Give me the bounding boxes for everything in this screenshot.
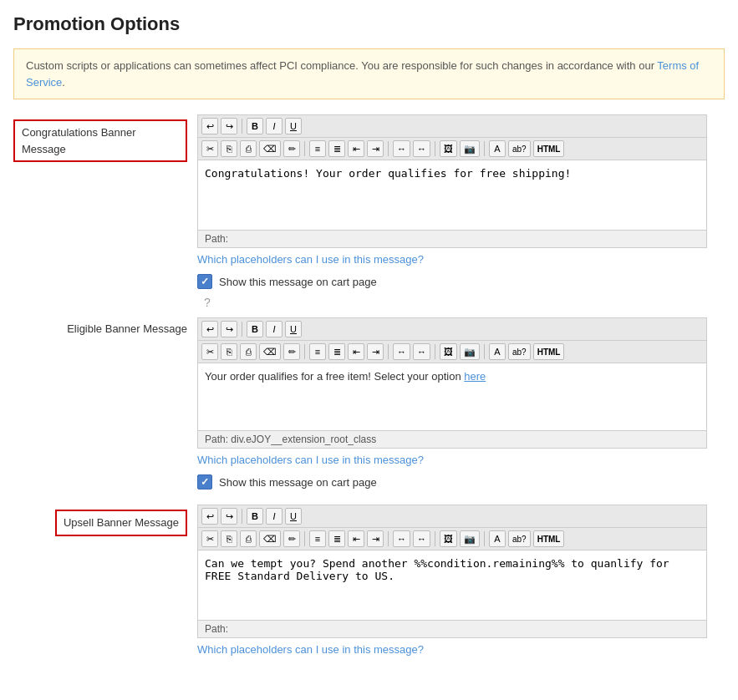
eligible-cart-label: Show this message on cart page [219,476,377,489]
rtl-btn[interactable]: ↔ [413,140,430,157]
upsell-path: Path: [198,620,706,637]
eligible-toolbar-row1: ↩ ↪ B I U [198,318,706,341]
congratulations-cart-checkbox[interactable] [197,274,212,289]
sep3 [388,141,389,156]
upsell-unordered-list-btn[interactable]: ≡ [309,530,326,547]
eligible-placeholder-link[interactable]: Which placeholders can I use in this mes… [197,454,707,466]
eligible-here-link[interactable]: here [464,370,486,383]
copy-btn[interactable]: ⎘ [221,140,237,157]
upsell-label: Upsell Banner Message [55,510,187,536]
eligible-ordered-list-btn[interactable]: ≣ [328,343,345,360]
upsell-editor-wrapper: ↩ ↪ B I U ✂ ⎘ ⎙ ⌫ ✏ ≡ ≣ ⇤ ⇥ ↔ ↔ [197,505,707,638]
eligible-outdent-btn[interactable]: ⇤ [348,343,364,360]
ordered-list-btn[interactable]: ≣ [328,140,345,157]
eligible-undo-btn[interactable]: ↩ [201,321,218,337]
eligible-cut-btn[interactable]: ✂ [201,343,218,360]
eligible-bold-btn[interactable]: B [247,321,263,337]
eligible-toolbar-row2: ✂ ⎘ ⎙ ⌫ ✏ ≡ ≣ ⇤ ⇥ ↔ ↔ 🖼 📷 A ab? HTML [198,341,706,363]
eligible-editor-wrapper: ↩ ↪ B I U ✂ ⎘ ⎙ ⌫ ✏ ≡ ≣ ⇤ ⇥ ↔ ↔ [197,317,707,449]
eligible-copy-btn[interactable]: ⎘ [221,343,237,360]
eligible-unordered-list-btn[interactable]: ≡ [309,343,326,360]
upsell-highlight-btn[interactable]: ab? [508,530,531,547]
eligible-checkbox-row: Show this message on cart page [197,474,707,489]
upsell-ltr-btn[interactable]: ↔ [393,530,410,547]
upsell-media-btn[interactable]: 📷 [460,530,480,547]
sep10 [484,344,485,359]
eligible-font-color-btn[interactable]: A [489,343,506,360]
sep12 [304,531,305,546]
page-title: Promotion Options [13,13,725,35]
edit-btn[interactable]: ✏ [283,140,300,157]
upsell-editor-col: ↩ ↪ B I U ✂ ⎘ ⎙ ⌫ ✏ ≡ ≣ ⇤ ⇥ ↔ ↔ [197,505,707,656]
html-btn[interactable]: HTML [533,140,565,157]
font-color-btn[interactable]: A [489,140,506,157]
upsell-edit-btn[interactable]: ✏ [283,530,300,547]
eligible-cart-checkbox[interactable] [197,474,212,489]
eligible-html-btn[interactable]: HTML [533,343,565,360]
sep2 [304,141,305,156]
eligible-media-btn[interactable]: 📷 [460,343,480,360]
sep5 [484,141,485,156]
eligible-rtl-btn[interactable]: ↔ [413,343,430,360]
underline-btn[interactable]: U [285,118,302,134]
upsell-html-btn[interactable]: HTML [533,530,565,547]
redo-btn[interactable]: ↪ [221,118,237,134]
eligible-underline-btn[interactable]: U [285,321,302,337]
upsell-undo-btn[interactable]: ↩ [201,508,218,525]
indent-btn[interactable]: ⇥ [367,140,384,157]
italic-btn[interactable]: I [266,118,282,134]
congratulations-path: Path: [198,230,706,247]
upsell-underline-btn[interactable]: U [285,508,302,525]
congratulations-checkbox-row: Show this message on cart page [197,274,707,289]
eligible-ltr-btn[interactable]: ↔ [393,343,410,360]
congratulations-label: Congratulations Banner Message [13,119,187,162]
upsell-bold-btn[interactable]: B [247,508,263,525]
eligible-paste-btn[interactable]: ⎙ [240,343,257,360]
sep15 [484,531,485,546]
upsell-paste-btn[interactable]: ⎙ [240,530,257,547]
media-btn[interactable]: 📷 [460,140,480,157]
upsell-delete-btn[interactable]: ⌫ [259,530,281,547]
upsell-outdent-btn[interactable]: ⇤ [348,530,364,547]
congratulations-help-icon[interactable]: ? [204,296,211,309]
eligible-label-col: Eligible Banner Message [13,317,197,335]
sep13 [388,531,389,546]
ltr-btn[interactable]: ↔ [393,140,410,157]
congratulations-editor-body[interactable] [198,160,706,227]
warning-banner: Custom scripts or applications can somet… [13,48,725,99]
upsell-redo-btn[interactable]: ↪ [221,508,237,525]
image-btn[interactable]: 🖼 [440,140,457,157]
paste-btn[interactable]: ⎙ [240,140,257,157]
upsell-cut-btn[interactable]: ✂ [201,530,218,547]
upsell-rtl-btn[interactable]: ↔ [413,530,430,547]
eligible-italic-btn[interactable]: I [266,321,282,337]
sep14 [435,531,435,546]
sep6 [242,322,242,337]
outdent-btn[interactable]: ⇤ [348,140,364,157]
congratulations-placeholder-link[interactable]: Which placeholders can I use in this mes… [197,253,707,266]
upsell-italic-btn[interactable]: I [266,508,282,525]
eligible-delete-btn[interactable]: ⌫ [259,343,281,360]
unordered-list-btn[interactable]: ≡ [309,140,326,157]
upsell-copy-btn[interactable]: ⎘ [221,530,237,547]
eligible-image-btn[interactable]: 🖼 [440,343,457,360]
congratulations-editor-wrapper: ↩ ↪ B I U ✂ ⎘ ⎙ ⌫ ✏ ≡ ≣ ⇤ ⇥ ↔ ↔ [197,114,707,248]
upsell-ordered-list-btn[interactable]: ≣ [328,530,345,547]
eligible-indent-btn[interactable]: ⇥ [367,343,384,360]
delete-btn[interactable]: ⌫ [259,140,281,157]
upsell-placeholder-link[interactable]: Which placeholders can I use in this mes… [197,643,707,656]
upsell-image-btn[interactable]: 🖼 [440,530,457,547]
cut-btn[interactable]: ✂ [201,140,218,157]
undo-btn[interactable]: ↩ [201,118,218,134]
upsell-font-color-btn[interactable]: A [489,530,506,547]
congratulations-label-col: Congratulations Banner Message [13,114,197,162]
upsell-indent-btn[interactable]: ⇥ [367,530,384,547]
eligible-redo-btn[interactable]: ↪ [221,321,237,337]
bold-btn[interactable]: B [247,118,263,134]
highlight-btn[interactable]: ab? [508,140,531,157]
eligible-editor-body[interactable]: Your order qualifies for a free item! Se… [198,363,706,430]
upsell-editor-body[interactable] [198,550,706,617]
congratulations-editor-col: ↩ ↪ B I U ✂ ⎘ ⎙ ⌫ ✏ ≡ ≣ ⇤ ⇥ ↔ ↔ [197,114,707,309]
eligible-edit-btn[interactable]: ✏ [283,343,300,360]
eligible-highlight-btn[interactable]: ab? [508,343,531,360]
